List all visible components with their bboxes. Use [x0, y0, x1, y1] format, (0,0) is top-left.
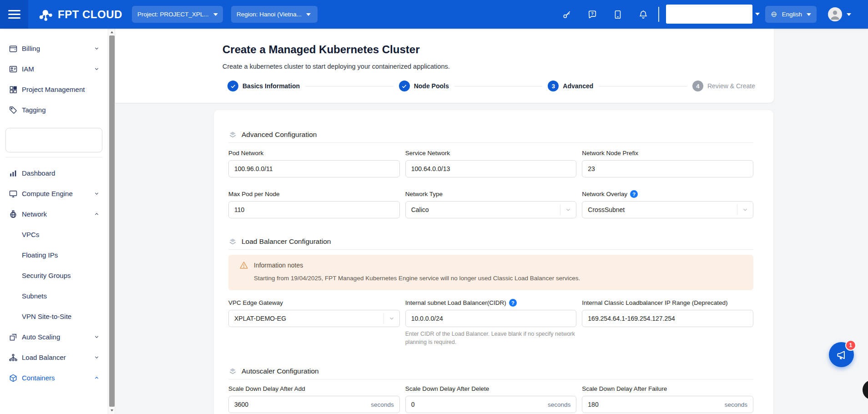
network-node-prefix-input[interactable] — [588, 165, 747, 172]
scroll-down-arrow-icon[interactable] — [109, 408, 115, 413]
field-service-network: Service Network — [405, 149, 577, 177]
sidebar-item-security-groups[interactable]: Security Groups — [0, 265, 108, 286]
select-value: XPLAT-DEMO-EG — [234, 315, 384, 322]
language-selector[interactable]: English — [765, 6, 817, 23]
sidebar-item-label: Dashboard — [22, 169, 100, 177]
step-check-icon — [227, 81, 238, 91]
megaphone-icon — [836, 349, 848, 361]
chevron-down-icon — [94, 66, 100, 72]
sidebar-item-subnets[interactable]: Subnets — [0, 286, 108, 306]
section-title: Advanced Configuration — [242, 131, 317, 139]
form-card: Advanced Configuration Pod Network Servi… — [214, 110, 773, 414]
layers-icon — [228, 237, 237, 246]
edge-widget-button[interactable] — [863, 380, 868, 400]
section-divider — [228, 249, 753, 250]
field-label: Scale Down Delay After Failure — [582, 385, 667, 392]
chevron-down-icon[interactable] — [755, 13, 760, 15]
network-type-select[interactable]: Calico — [405, 201, 577, 218]
scroll-up-arrow-icon[interactable] — [109, 30, 115, 35]
field-label: Service Network — [405, 150, 450, 157]
sidebar-item-project-management[interactable]: Project Management — [0, 79, 108, 100]
field-network-overlay: Network Overlay ? CrossSubnet — [582, 190, 753, 218]
sidebar-item-label: IAM — [22, 65, 94, 73]
layers-icon — [228, 131, 237, 139]
sidebar-item-vpcs[interactable]: VPCs — [0, 224, 108, 245]
step-basics-information[interactable]: Basics Information — [227, 81, 300, 91]
app-header: FPT CLOUD Project: PROJECT_XPL... Region… — [0, 0, 868, 29]
max-pod-per-node-input[interactable] — [234, 206, 394, 213]
sidebar-item-compute-engine[interactable]: Compute Engine — [0, 183, 108, 204]
network-overlay-select[interactable]: CrossSubnet — [582, 201, 753, 218]
region-selector[interactable]: Region: Hanoi (Vietna... — [231, 6, 318, 23]
scrollbar-thumb[interactable] — [109, 35, 115, 407]
sidebar-item-load-balancer[interactable]: Load Balancer — [0, 347, 108, 368]
step-node-pools[interactable]: Node Pools — [399, 81, 449, 91]
hamburger-menu-button[interactable] — [0, 0, 28, 29]
sidebar-item-containers[interactable]: Containers — [0, 368, 108, 388]
help-icon[interactable]: ? — [630, 190, 638, 198]
sidebar-item-floating-ips[interactable]: Floating IPs — [0, 245, 108, 265]
svg-text:?: ? — [591, 11, 594, 16]
project-selector[interactable]: Project: PROJECT_XPL... — [132, 6, 223, 23]
field-scale-down-delay-after-add: Scale Down Delay After Add seconds — [228, 385, 400, 413]
step-advanced[interactable]: 3 Advanced — [548, 81, 593, 91]
service-network-input[interactable] — [411, 165, 571, 172]
sidebar-item-label: Security Groups — [22, 272, 100, 279]
chat-help-icon[interactable]: ? — [587, 10, 597, 20]
sidebar-item-label: Project Management — [22, 86, 100, 93]
internal-classic-lb-ip-range-input[interactable] — [588, 315, 747, 322]
section-title: Load Balancer Configuration — [242, 237, 331, 246]
field-label: Scale Down Delay After Add — [228, 385, 305, 392]
sidebar-item-vpn-site-to-site[interactable]: VPN Site-to-Site — [0, 306, 108, 327]
scale-down-delay-after-delete-input[interactable] — [411, 401, 544, 408]
chevron-down-icon — [847, 13, 851, 16]
sidebar-scrollbar[interactable] — [108, 29, 115, 414]
field-internal-subnet-lb-cidr: Internal subnet Load Balancer(CIDR) ? En… — [405, 299, 577, 346]
sidebar-item-label: Compute Engine — [22, 190, 94, 197]
field-pod-network: Pod Network — [228, 149, 400, 177]
scale-down-delay-after-failure-input[interactable] — [588, 401, 721, 408]
sidebar-item-label: VPN Site-to-Site — [22, 313, 100, 320]
field-scale-down-delay-after-failure: Scale Down Delay After Failure seconds — [582, 385, 753, 413]
chevron-down-icon — [213, 13, 218, 16]
load-balancer-icon — [9, 353, 18, 362]
sidebar-item-auto-scaling[interactable]: Auto Scaling — [0, 327, 108, 347]
layers-icon — [228, 367, 237, 376]
notice-body: Starting from 19/04/2025, FPT Managed Ku… — [254, 275, 744, 282]
key-icon[interactable] — [562, 10, 572, 20]
header-divider — [658, 7, 659, 22]
auto-scaling-icon — [9, 333, 18, 342]
help-icon[interactable]: ? — [509, 299, 517, 307]
field-label: Internal Classic Loadbalancer IP Range (… — [582, 299, 727, 306]
scale-down-delay-after-add-input[interactable] — [234, 401, 367, 408]
section-load-balancer-configuration: Load Balancer Configuration — [228, 237, 753, 246]
step-review-create[interactable]: 4 Review & Create — [692, 81, 755, 91]
header-blank-dropdown[interactable] — [666, 5, 752, 24]
globe-icon — [771, 10, 777, 19]
step-connector — [599, 86, 687, 86]
wizard-stepper: Basics Information Node Pools 3 Advanced… — [227, 81, 755, 91]
globe-network-icon — [9, 210, 18, 219]
pod-network-input[interactable] — [234, 165, 394, 172]
sidebar-item-iam[interactable]: IAM — [0, 59, 108, 79]
sidebar-item-billing[interactable]: Billing — [0, 38, 108, 59]
chevron-down-icon — [94, 45, 100, 51]
tablet-icon[interactable] — [613, 10, 623, 20]
vpc-edge-gateway-select[interactable]: XPLAT-DEMO-EG — [228, 310, 400, 327]
person-icon — [828, 7, 842, 21]
sidebar-item-dashboard[interactable]: Dashboard — [0, 163, 108, 183]
logo-text: FPT CLOUD — [58, 8, 122, 21]
workspace-select[interactable] — [5, 128, 102, 152]
user-menu[interactable] — [828, 7, 851, 21]
sidebar-item-label: Floating IPs — [22, 251, 100, 259]
page-header-card: Create a Managed Kubernetes Cluster Crea… — [115, 29, 774, 103]
unit-suffix: seconds — [725, 401, 747, 408]
sidebar-item-network[interactable]: Network — [0, 204, 108, 224]
sidebar-item-label: Billing — [22, 45, 94, 52]
chevron-down-icon — [384, 315, 399, 322]
bell-icon[interactable] — [638, 10, 648, 20]
field-label: Network Overlay — [582, 191, 627, 197]
brand-logo[interactable]: FPT CLOUD — [38, 0, 122, 29]
sidebar-item-tagging[interactable]: Tagging — [0, 100, 108, 120]
internal-subnet-lb-cidr-input[interactable] — [411, 315, 571, 322]
